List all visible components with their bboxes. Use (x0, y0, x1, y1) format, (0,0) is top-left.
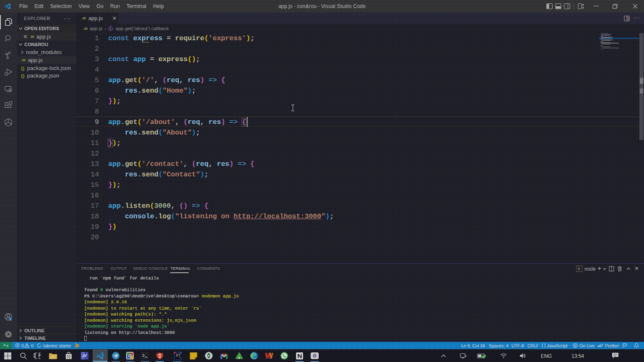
svg-text:1: 1 (10, 318, 11, 321)
